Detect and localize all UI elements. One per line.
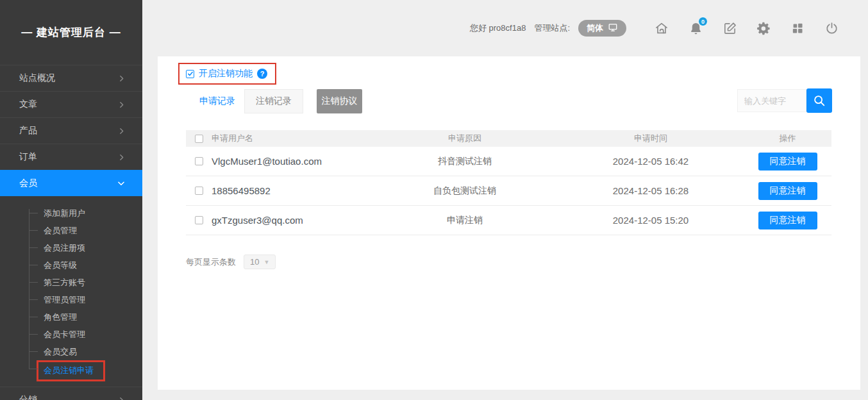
edit-button[interactable] <box>722 21 737 36</box>
page-size-select[interactable]: 10 ▼ <box>244 254 276 269</box>
col-header-reason: 申请原因 <box>372 133 558 144</box>
gear-icon <box>756 21 771 36</box>
sidebar: — 建站管理后台 — 站点概况 文章 产品 订单 会员 添加新用户 会员管理 会… <box>0 0 142 400</box>
edit-icon <box>722 21 737 36</box>
monitor-icon <box>608 23 618 34</box>
search-button[interactable] <box>806 88 832 113</box>
chevron-right-icon <box>117 396 126 400</box>
cell-time: 2024-12-05 16:28 <box>558 185 744 196</box>
table-row: gxTzguser3@qq.com 申请注销 2024-12-05 15:20 … <box>186 206 831 235</box>
sidebar-item-label: 分销 <box>19 394 37 400</box>
submenu-item-member-logout-requests[interactable]: 会员注销申请 <box>0 360 142 378</box>
sidebar-item-distribution[interactable]: 分销 <box>0 387 142 400</box>
table-row: VlgcMuser1@toutiao.com 抖音测试注销 2024-12-05… <box>186 147 831 176</box>
col-header-username: 申请用户名 <box>212 133 372 144</box>
submenu-item-add-user[interactable]: 添加新用户 <box>0 204 142 222</box>
sidebar-item-products[interactable]: 产品 <box>0 117 142 144</box>
search-input[interactable] <box>737 89 806 112</box>
cell-username: gxTzguser3@qq.com <box>212 212 322 229</box>
submenu-item-registration-fields[interactable]: 会员注册项 <box>0 239 142 256</box>
apps-button[interactable] <box>790 21 805 36</box>
submenu-item-member-management[interactable]: 会员管理 <box>0 222 142 239</box>
row-checkbox[interactable] <box>195 216 203 224</box>
sidebar-item-site-overview[interactable]: 站点概况 <box>0 65 142 91</box>
select-all-checkbox[interactable] <box>195 135 203 143</box>
sidebar-item-label: 站点概况 <box>19 72 55 84</box>
sidebar-item-label: 会员 <box>19 178 37 189</box>
agree-logout-button[interactable]: 同意注销 <box>758 212 817 229</box>
cell-reason: 申请注销 <box>372 215 558 226</box>
row-checkbox[interactable] <box>195 187 203 195</box>
settings-button[interactable] <box>756 21 771 36</box>
greeting-text: 您好 pro8cf1a8 <box>470 22 526 34</box>
row-checkbox[interactable] <box>195 157 203 165</box>
sidebar-submenu: 添加新用户 会员管理 会员注册项 会员等级 第三方账号 管理员管理 角色管理 会… <box>0 196 142 387</box>
tab-apply-records[interactable]: 申请记录 <box>190 89 244 113</box>
requests-table: 申请用户名 申请原因 申请时间 操作 VlgcMuser1@toutiao.co… <box>186 130 831 235</box>
cell-username: VlgcMuser1@toutiao.com <box>212 153 322 170</box>
page-size-label: 每页显示条数 <box>186 256 236 268</box>
language-pill[interactable]: 简体 <box>578 20 626 37</box>
cell-reason: 自负包测试注销 <box>372 185 558 197</box>
chevron-right-icon <box>117 153 126 162</box>
chevron-down-icon: ▼ <box>263 259 269 265</box>
chevron-right-icon <box>117 74 126 83</box>
cell-time: 2024-12-05 16:42 <box>558 156 744 167</box>
submenu-item-member-cards[interactable]: 会员卡管理 <box>0 326 142 343</box>
language-label: 简体 <box>587 22 603 34</box>
chevron-right-icon <box>117 101 126 109</box>
check-icon <box>187 71 194 77</box>
sidebar-item-label: 订单 <box>19 151 37 163</box>
chevron-right-icon <box>117 127 126 135</box>
submenu-item-admin-management[interactable]: 管理员管理 <box>0 291 142 308</box>
submenu-item-member-levels[interactable]: 会员等级 <box>0 256 142 274</box>
home-button[interactable] <box>654 21 669 36</box>
topbar: 您好 pro8cf1a8 管理站点: 简体 0 <box>142 0 868 56</box>
agree-logout-button[interactable]: 同意注销 <box>758 182 817 200</box>
chevron-down-icon <box>117 179 126 188</box>
search-icon <box>812 94 826 108</box>
sidebar-item-articles[interactable]: 文章 <box>0 91 142 117</box>
submenu-item-third-party-accounts[interactable]: 第三方账号 <box>0 274 142 291</box>
sidebar-item-members[interactable]: 会员 <box>0 170 142 196</box>
cell-time: 2024-12-05 15:20 <box>558 215 744 226</box>
manage-site-label: 管理站点: <box>534 22 570 34</box>
submenu-item-member-transactions[interactable]: 会员交易 <box>0 343 142 360</box>
agree-logout-button[interactable]: 同意注销 <box>758 153 817 171</box>
tab-logout-agreement[interactable]: 注销协议 <box>317 89 362 113</box>
sidebar-item-label: 文章 <box>19 99 37 110</box>
enable-logout-checkbox[interactable] <box>186 70 194 78</box>
notifications-button[interactable]: 0 <box>688 21 703 36</box>
app-title: — 建站管理后台 — <box>0 0 142 65</box>
col-header-time: 申请时间 <box>558 133 744 144</box>
power-icon <box>824 21 839 36</box>
tab-logout-records[interactable]: 注销记录 <box>244 89 303 113</box>
submenu-item-role-management[interactable]: 角色管理 <box>0 308 142 326</box>
pagination: 每页显示条数 10 ▼ <box>186 254 860 269</box>
cell-username: 18856495892 <box>212 182 322 199</box>
table-header-row: 申请用户名 申请原因 申请时间 操作 <box>186 130 831 147</box>
help-icon[interactable]: ? <box>257 69 267 79</box>
home-icon <box>654 21 669 36</box>
enable-logout-label: 开启注销功能 <box>199 68 253 79</box>
sidebar-item-orders[interactable]: 订单 <box>0 144 142 170</box>
sidebar-item-label: 产品 <box>19 125 37 137</box>
logout-toggle-annotation: 开启注销功能 ? <box>178 63 276 85</box>
notification-badge: 0 <box>698 17 708 26</box>
search-group <box>737 88 832 113</box>
page-size-value: 10 <box>250 257 259 267</box>
logout-button[interactable] <box>824 21 839 36</box>
content-panel: 开启注销功能 ? 申请记录 注销记录 注销协议 申请用户名 申请原因 申请时间 … <box>158 56 860 390</box>
table-row: 18856495892 自负包测试注销 2024-12-05 16:28 同意注… <box>186 176 831 206</box>
cell-reason: 抖音测试注销 <box>372 156 558 167</box>
annotation-red-box: 会员注销申请 <box>37 360 105 381</box>
grid-icon <box>790 21 805 35</box>
col-header-action: 操作 <box>744 133 831 144</box>
